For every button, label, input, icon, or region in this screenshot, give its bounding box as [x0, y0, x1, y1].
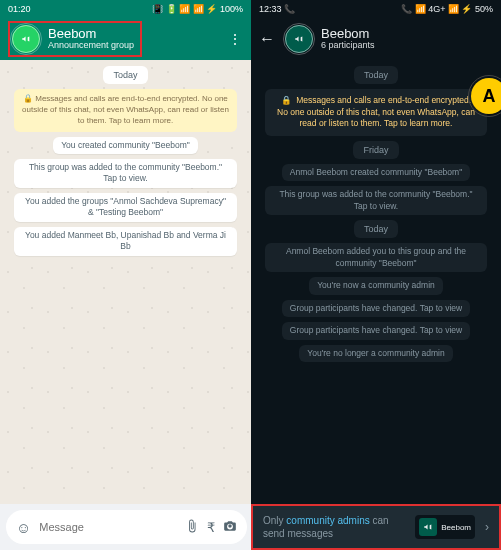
date-separator: Today	[354, 220, 398, 238]
attach-icon[interactable]	[185, 519, 199, 536]
system-message: Anmol Beebom added you to this group and…	[265, 243, 487, 272]
system-message: You're now a community admin	[309, 277, 443, 294]
date-separator: Today	[103, 66, 147, 84]
system-message[interactable]: Group participants have changed. Tap to …	[282, 300, 470, 317]
chat-title: Beebom	[321, 27, 493, 41]
community-card[interactable]: Beebom	[415, 515, 475, 539]
status-bar: 01:20 📳 🔋 📶 📶 ⚡ 100%	[0, 0, 251, 18]
admin-only-text: Only community admins can send messages	[263, 514, 405, 540]
system-message[interactable]: This group was added to the community "B…	[265, 186, 487, 215]
status-icons: 📳 🔋 📶 📶 ⚡ 100%	[152, 4, 243, 14]
lock-icon: 🔒	[281, 95, 292, 105]
megaphone-icon	[293, 34, 305, 44]
date-separator: Today	[354, 66, 398, 84]
chat-body: Today 🔒Messages and calls are end-to-end…	[0, 60, 251, 504]
group-avatar[interactable]	[285, 25, 313, 53]
status-bar: 12:33 📞 📞 📶 4G+ 📶 ⚡ 50%	[251, 0, 501, 18]
community-card-label: Beebom	[441, 523, 471, 532]
rupee-icon[interactable]: ₹	[207, 520, 215, 535]
system-message: You added Manmeet Bb, Upanishad Bb and V…	[14, 227, 237, 256]
chat-subtitle: Announcement group	[48, 41, 134, 51]
encryption-notice[interactable]: 🔒 Messages and calls are end-to-end encr…	[265, 89, 487, 135]
system-message: You created community "Beebom"	[53, 137, 198, 154]
message-input[interactable]	[39, 521, 177, 533]
community-admins-link[interactable]: community admins	[286, 515, 369, 526]
chat-subtitle: 6 participants	[321, 41, 493, 51]
chat-body: A Today🔒 Messages and calls are end-to-e…	[251, 60, 501, 504]
admin-only-footer[interactable]: Only community admins can send messages …	[251, 504, 501, 550]
back-icon[interactable]: ←	[259, 30, 277, 48]
screenshot-dark: 12:33 📞 📞 📶 4G+ 📶 ⚡ 50% ← Beebom 6 parti…	[251, 0, 501, 550]
chat-title: Beebom	[48, 27, 134, 41]
input-bar: ☺ ₹	[0, 504, 251, 550]
system-message: You're no longer a community admin	[299, 345, 452, 362]
system-message[interactable]: Group participants have changed. Tap to …	[282, 322, 470, 339]
group-avatar[interactable]	[12, 25, 40, 53]
date-separator: Friday	[353, 141, 398, 159]
system-message: Anmol Beebom created community "Beebom"	[282, 164, 470, 181]
camera-icon[interactable]	[223, 519, 237, 536]
system-message: You added the groups "Anmol Sachdeva Sup…	[14, 193, 237, 222]
chevron-right-icon: ›	[485, 520, 489, 534]
system-message[interactable]: This group was added to the community "B…	[14, 159, 237, 188]
message-field-container[interactable]: ☺ ₹	[6, 510, 247, 544]
chat-header[interactable]: Beebom Announcement group ⋮	[0, 18, 251, 60]
status-time: 01:20	[8, 4, 31, 14]
emoji-icon[interactable]: ☺	[16, 519, 31, 536]
status-time: 12:33 📞	[259, 4, 295, 14]
screenshot-light: 01:20 📳 🔋 📶 📶 ⚡ 100% Beebom Announcement…	[0, 0, 251, 550]
megaphone-icon	[419, 518, 437, 536]
megaphone-icon	[20, 34, 32, 44]
status-icons: 📞 📶 4G+ 📶 ⚡ 50%	[401, 4, 493, 14]
participant-avatar[interactable]: A	[471, 78, 501, 114]
lock-icon: 🔒	[23, 94, 33, 103]
more-options-icon[interactable]: ⋮	[227, 31, 243, 47]
chat-header[interactable]: ← Beebom 6 participants	[251, 18, 501, 60]
encryption-notice[interactable]: 🔒Messages and calls are end-to-end encry…	[14, 89, 237, 131]
